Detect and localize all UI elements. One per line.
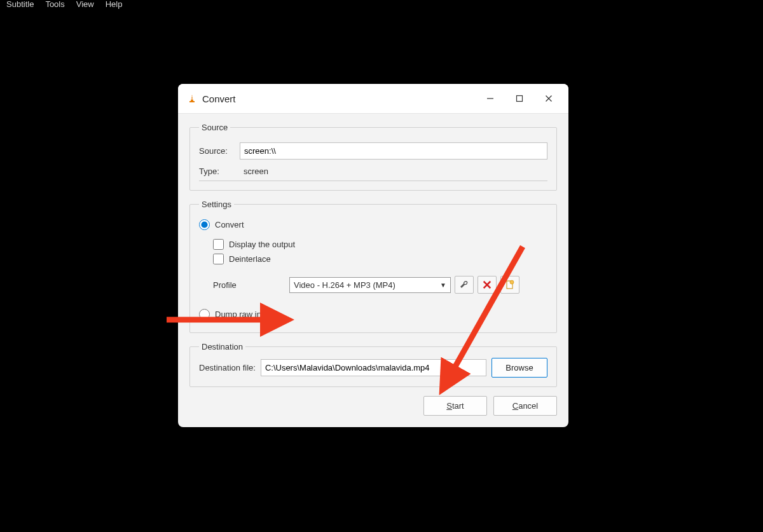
menu-subtitle[interactable]: Subtitle	[6, 0, 34, 9]
source-label: Source:	[199, 146, 240, 156]
new-profile-button[interactable]	[500, 276, 519, 294]
new-document-icon	[505, 280, 515, 290]
source-input[interactable]	[240, 142, 547, 160]
dialog-title: Convert	[202, 93, 476, 104]
destination-file-label: Destination file:	[199, 363, 256, 372]
dump-raw-label: Dump raw input	[215, 310, 273, 319]
settings-legend: Settings	[199, 200, 234, 209]
edit-profile-button[interactable]	[455, 276, 474, 294]
cancel-button[interactable]: Cancel	[493, 396, 557, 416]
svg-point-10	[510, 280, 514, 284]
delete-profile-button[interactable]	[478, 276, 497, 294]
x-icon	[483, 280, 491, 289]
profile-label: Profile	[213, 280, 289, 290]
menu-tools[interactable]: Tools	[45, 0, 64, 9]
menu-view[interactable]: View	[76, 0, 94, 9]
convert-radio-label: Convert	[215, 220, 244, 229]
deinterlace-checkbox[interactable]	[213, 254, 224, 264]
convert-radio[interactable]	[199, 219, 210, 230]
main-menubar: Subtitle Tools View Help	[0, 0, 128, 11]
display-output-checkbox[interactable]	[213, 239, 224, 250]
source-fieldset: Source Source: Type: screen	[189, 123, 557, 191]
svg-rect-0	[189, 101, 195, 102]
type-label: Type:	[199, 167, 240, 176]
destination-fieldset: Destination Destination file: Browse	[189, 342, 557, 387]
titlebar: Convert	[178, 84, 568, 114]
wrench-icon	[459, 280, 469, 290]
start-button[interactable]: Start	[423, 396, 487, 416]
svg-rect-1	[191, 97, 193, 97]
deinterlace-label: Deinterlace	[229, 254, 271, 264]
chevron-down-icon: ▼	[440, 282, 446, 289]
source-legend: Source	[199, 123, 230, 132]
vlc-cone-icon	[187, 93, 197, 104]
convert-dialog: Convert Source Source: Type: screen	[178, 84, 568, 427]
settings-fieldset: Settings Convert Display the output Dein…	[189, 200, 557, 333]
minimize-button[interactable]	[476, 89, 505, 108]
menu-help[interactable]: Help	[106, 0, 123, 9]
type-value: screen	[240, 163, 272, 179]
close-button[interactable]	[534, 89, 563, 108]
browse-button[interactable]: Browse	[491, 358, 547, 378]
destination-file-input[interactable]	[261, 359, 486, 376]
display-output-label: Display the output	[229, 240, 295, 249]
svg-rect-4	[517, 96, 523, 102]
svg-rect-2	[191, 99, 193, 99]
destination-legend: Destination	[199, 342, 245, 351]
dump-raw-radio[interactable]	[199, 309, 210, 320]
profile-value: Video - H.264 + MP3 (MP4)	[294, 280, 440, 290]
maximize-button[interactable]	[505, 89, 534, 108]
profile-combobox[interactable]: Video - H.264 + MP3 (MP4) ▼	[289, 277, 451, 293]
